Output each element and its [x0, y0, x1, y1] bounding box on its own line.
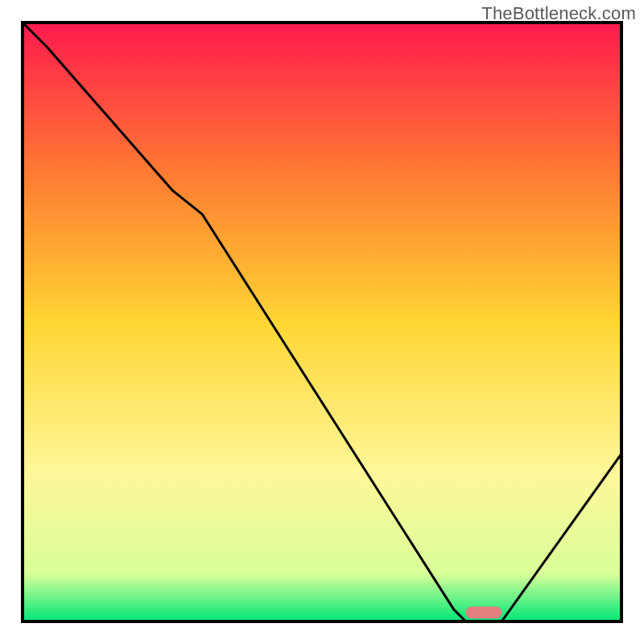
watermark-text: TheBottleneck.com	[481, 3, 636, 24]
optimal-zone-marker	[466, 606, 502, 618]
bottleneck-chart	[0, 0, 644, 644]
gradient-background	[23, 23, 621, 621]
chart-container: { "watermark": { "text": "TheBottleneck.…	[0, 0, 644, 644]
